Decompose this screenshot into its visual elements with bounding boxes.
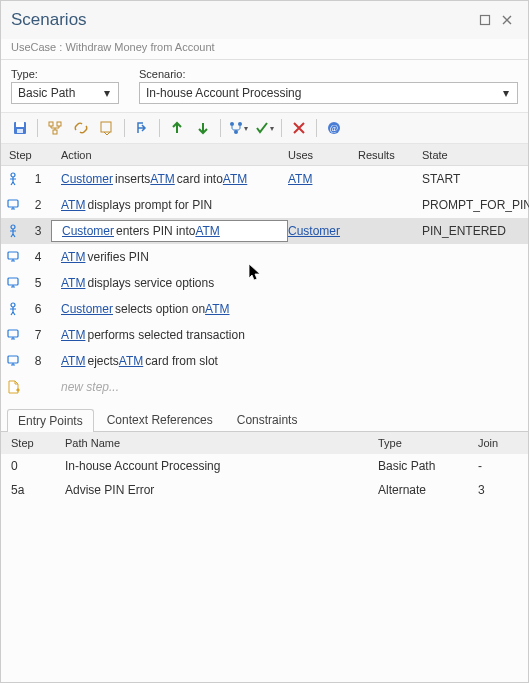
- link-button[interactable]: [70, 117, 92, 139]
- toolbar-separator: [159, 119, 160, 137]
- entity-link[interactable]: ATM: [61, 328, 85, 342]
- step-action[interactable]: ATM displays prompt for PIN: [51, 198, 288, 212]
- tab-context-references[interactable]: Context References: [96, 408, 224, 431]
- type-selector-col: Type: Basic Path ▾: [11, 68, 119, 104]
- step-action[interactable]: ATM displays service options: [51, 276, 288, 290]
- col-ep-path[interactable]: Path Name: [55, 437, 378, 449]
- col-state[interactable]: State: [422, 149, 528, 161]
- step-row[interactable]: 3Customer enters PIN into ATMCustomerPIN…: [1, 218, 528, 244]
- action-button[interactable]: [96, 117, 118, 139]
- tab-entry-points[interactable]: Entry Points: [7, 409, 94, 432]
- step-row[interactable]: 8ATM ejects ATM card from slot: [1, 348, 528, 374]
- col-action[interactable]: Action: [51, 149, 288, 161]
- move-down-button[interactable]: [192, 117, 214, 139]
- step-state[interactable]: PIN_ENTERED: [422, 224, 528, 238]
- col-ep-join[interactable]: Join: [478, 437, 528, 449]
- step-state[interactable]: START: [422, 172, 528, 186]
- scenario-combo[interactable]: In-house Account Processing ▾: [139, 82, 518, 104]
- step-uses[interactable]: ATM: [288, 172, 358, 186]
- link-icon: [73, 120, 89, 136]
- entity-link[interactable]: ATM: [119, 354, 143, 368]
- svg-rect-0: [481, 16, 490, 25]
- steps-grid-body: 1Customer inserts ATM card into ATMATMST…: [1, 166, 528, 400]
- step-number: 3: [25, 224, 51, 238]
- col-ep-step[interactable]: Step: [1, 437, 55, 449]
- delete-button[interactable]: [288, 117, 310, 139]
- col-step[interactable]: Step: [1, 149, 51, 161]
- col-uses[interactable]: Uses: [288, 149, 358, 161]
- help-icon: @: [326, 120, 342, 136]
- svg-point-18: [11, 303, 15, 307]
- scenario-combo-value: In-house Account Processing: [146, 86, 301, 100]
- chevron-down-icon: ▾: [499, 86, 513, 100]
- toolbar-separator: [220, 119, 221, 137]
- svg-point-13: [11, 173, 15, 177]
- entity-link[interactable]: ATM: [195, 224, 219, 238]
- step-action[interactable]: Customer enters PIN into ATM: [51, 220, 288, 242]
- step-action[interactable]: ATM ejects ATM card from slot: [51, 354, 288, 368]
- structure-icon: [47, 120, 63, 136]
- svg-rect-17: [8, 278, 18, 285]
- col-ep-type[interactable]: Type: [378, 437, 478, 449]
- arrow-down-icon: [195, 120, 211, 136]
- scenario-label: Scenario:: [139, 68, 518, 80]
- step-row[interactable]: 5ATM displays service options: [1, 270, 528, 296]
- step-row[interactable]: 1Customer inserts ATM card into ATMATMST…: [1, 166, 528, 192]
- entry-point-row[interactable]: 5aAdvise PIN ErrorAlternate3: [1, 478, 528, 502]
- svg-rect-19: [8, 330, 18, 337]
- step-state[interactable]: PROMPT_FOR_PIN: [422, 198, 528, 212]
- step-row[interactable]: 6Customer selects option on ATM: [1, 296, 528, 322]
- new-step-placeholder[interactable]: new step...: [51, 380, 288, 394]
- screen-icon: [1, 276, 25, 290]
- step-number: 7: [25, 328, 51, 342]
- entity-link[interactable]: Customer: [62, 224, 114, 238]
- entry-point-row[interactable]: 0In-house Account ProcessingBasic Path-: [1, 454, 528, 478]
- step-row[interactable]: 7ATM performs selected transaction: [1, 322, 528, 348]
- save-button[interactable]: [9, 117, 31, 139]
- screen-icon: [1, 354, 25, 368]
- entity-link[interactable]: ATM: [61, 276, 85, 290]
- chevron-down-icon: ▾: [270, 124, 274, 133]
- svg-rect-3: [17, 129, 23, 133]
- step-uses[interactable]: Customer: [288, 224, 358, 238]
- outdent-button[interactable]: [131, 117, 153, 139]
- entity-link[interactable]: ATM: [150, 172, 174, 186]
- type-combo[interactable]: Basic Path ▾: [11, 82, 119, 104]
- entity-link[interactable]: ATM: [61, 198, 85, 212]
- structure-button[interactable]: [44, 117, 66, 139]
- step-number: 2: [25, 198, 51, 212]
- delete-icon: [291, 120, 307, 136]
- entity-link[interactable]: ATM: [205, 302, 229, 316]
- grid-filler: [1, 502, 528, 682]
- new-step-row[interactable]: new step...: [1, 374, 528, 400]
- col-results[interactable]: Results: [358, 149, 422, 161]
- entity-link[interactable]: Customer: [61, 172, 113, 186]
- entity-link[interactable]: ATM: [223, 172, 247, 186]
- maximize-button[interactable]: [474, 9, 496, 31]
- help-button[interactable]: @: [323, 117, 345, 139]
- step-action[interactable]: ATM performs selected transaction: [51, 328, 288, 342]
- entity-link[interactable]: ATM: [61, 250, 85, 264]
- entity-link[interactable]: ATM: [61, 354, 85, 368]
- close-icon: [501, 14, 513, 26]
- tab-constraints[interactable]: Constraints: [226, 408, 309, 431]
- step-action[interactable]: ATM verifies PIN: [51, 250, 288, 264]
- step-number: 6: [25, 302, 51, 316]
- entry-points-header: Step Path Name Type Join: [1, 432, 528, 454]
- breadcrumb: UseCase : Withdraw Money from Account: [1, 39, 528, 60]
- svg-rect-6: [53, 130, 57, 134]
- step-row[interactable]: 4ATM verifies PIN: [1, 244, 528, 270]
- svg-text:@: @: [330, 123, 338, 133]
- branch-menu-button[interactable]: ▾: [227, 117, 249, 139]
- entity-link[interactable]: Customer: [61, 302, 113, 316]
- actor-icon: [1, 172, 25, 186]
- step-action[interactable]: Customer inserts ATM card into ATM: [51, 172, 288, 186]
- scenarios-window: Scenarios UseCase : Withdraw Money from …: [0, 0, 529, 683]
- validate-menu-button[interactable]: ▾: [253, 117, 275, 139]
- step-action[interactable]: Customer selects option on ATM: [51, 302, 288, 316]
- close-button[interactable]: [496, 9, 518, 31]
- move-up-button[interactable]: [166, 117, 188, 139]
- screen-icon: [1, 328, 25, 342]
- step-row[interactable]: 2ATM displays prompt for PINPROMPT_FOR_P…: [1, 192, 528, 218]
- new-doc-icon: [1, 380, 25, 394]
